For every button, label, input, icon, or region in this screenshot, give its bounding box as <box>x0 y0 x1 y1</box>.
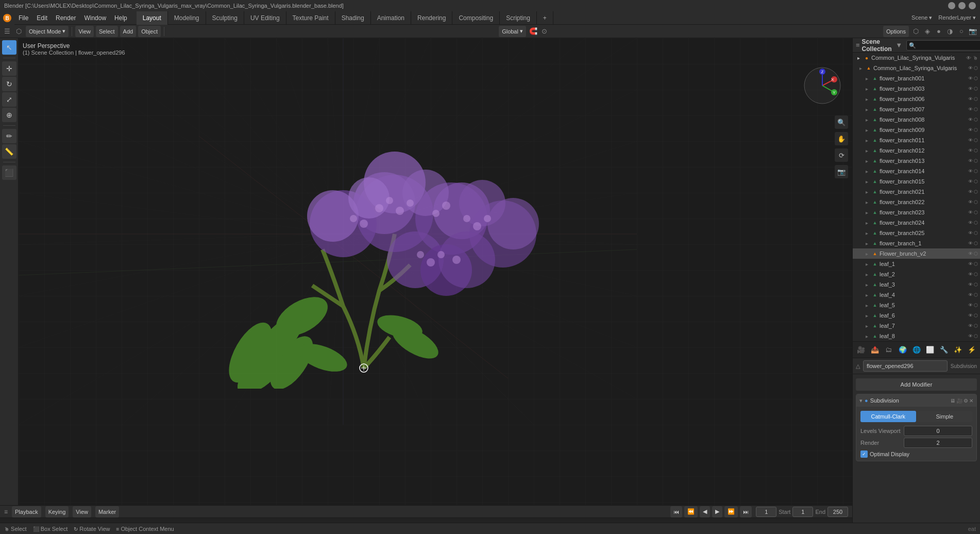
add-menu[interactable]: Add <box>120 26 137 37</box>
tool-select[interactable]: ↖ <box>2 40 16 55</box>
zoom-in-icon[interactable]: 🔍 <box>835 115 848 129</box>
outliner-item-1[interactable]: ▸ ▲ flower_branch001 👁 ⬡ <box>853 73 980 84</box>
mod-vis-icon[interactable]: ● <box>865 397 868 404</box>
menu-file[interactable]: File <box>14 11 32 25</box>
outliner-item-6[interactable]: ▸ ▲ flower_branch009 👁 ⬡ <box>853 125 980 135</box>
mod-close-icon[interactable]: ✕ <box>969 398 973 404</box>
camera-icon[interactable]: 📷 <box>968 26 978 37</box>
overlay-icon[interactable]: ⬡ <box>911 26 921 37</box>
tab-uv-editing[interactable]: UV Editing <box>244 11 286 25</box>
tool-transform[interactable]: ⊕ <box>2 108 16 122</box>
view-layer-icon[interactable]: 🗂 <box>883 343 895 357</box>
prev-keyframe-btn[interactable]: ⏪ <box>684 506 698 518</box>
outliner-item-15[interactable]: ▸ ▲ flower_branch024 👁 ⬡ <box>853 218 980 228</box>
toolbar-icon-1[interactable]: ☰ <box>2 26 12 37</box>
outliner-item-2[interactable]: ▸ ▲ flower_branch003 👁 ⬡ <box>853 84 980 94</box>
outliner-item-12[interactable]: ▸ ▲ flower_branch021 👁 ⬡ <box>853 187 980 197</box>
rendered-mode-icon[interactable]: ○ <box>956 26 967 37</box>
outliner-list[interactable]: ▸ ● Common_Lilac_Syringa_Vulgaris 👁 🖱 ▸ … <box>853 53 980 341</box>
xray-icon[interactable]: ◈ <box>922 26 933 37</box>
menu-render[interactable]: Render <box>52 11 80 25</box>
play-btn[interactable]: ▶ <box>712 506 722 518</box>
snap-icon[interactable]: 🧲 <box>528 26 538 37</box>
outliner-item-21[interactable]: ▸ ▲ leaf_3 👁 ⬡ <box>853 279 980 290</box>
solid-mode-icon[interactable]: ● <box>934 26 944 37</box>
proportional-icon[interactable]: ⊙ <box>539 26 550 37</box>
outliner-item-4[interactable]: ▸ ▲ flower_branch007 👁 ⬡ <box>853 104 980 114</box>
play-reverse-btn[interactable]: ◀ <box>700 506 710 518</box>
maximize-button[interactable] <box>958 2 966 9</box>
outliner-item-9[interactable]: ▸ ▲ flower_branch013 👁 ⬡ <box>853 156 980 166</box>
optimal-display-checkbox[interactable]: ✓ <box>860 450 868 458</box>
jump-end-btn[interactable]: ⏭ <box>740 506 752 518</box>
outliner-item-18[interactable]: ▸ ▲ Flower_brunch_v2 👁 ⬡ <box>853 248 980 259</box>
tab-texture-paint[interactable]: Texture Paint <box>286 11 335 25</box>
minimize-button[interactable] <box>948 2 955 9</box>
global-selector[interactable]: Global ▾ <box>499 26 526 37</box>
outliner-item-19[interactable]: ▸ ▲ leaf_1 👁 ⬡ <box>853 259 980 269</box>
status-rotate[interactable]: ↻ Rotate View <box>74 526 110 532</box>
next-keyframe-btn[interactable]: ⏩ <box>724 506 738 518</box>
outliner-item-7[interactable]: ▸ ▲ flower_branch011 👁 ⬡ <box>853 135 980 145</box>
outliner-item-23[interactable]: ▸ ▲ leaf_5 👁 ⬡ <box>853 300 980 310</box>
outliner-item-24[interactable]: ▸ ▲ leaf_6 👁 ⬡ <box>853 310 980 321</box>
status-select[interactable]: 🖱 Select <box>4 526 27 532</box>
viewport[interactable]: User Perspective (1) Scene Collection | … <box>19 38 852 505</box>
end-frame-input[interactable] <box>827 507 848 517</box>
pan-icon[interactable]: ✋ <box>835 132 848 145</box>
physics-icon[interactable]: ⚡ <box>965 343 978 357</box>
tab-layout[interactable]: Layout <box>137 11 168 25</box>
orbit-icon[interactable]: ⟳ <box>835 148 848 162</box>
levels-viewport-value[interactable]: 0 <box>904 426 972 436</box>
outliner-item-26[interactable]: ▸ ▲ leaf_8 👁 ⬡ <box>853 331 980 341</box>
outliner-item-25[interactable]: ▸ ▲ leaf_7 👁 ⬡ <box>853 321 980 331</box>
tab-compositing[interactable]: Compositing <box>452 11 500 25</box>
tool-move[interactable]: ✛ <box>2 61 16 76</box>
outliner-item-10[interactable]: ▸ ▲ flower_branch014 👁 ⬡ <box>853 166 980 176</box>
outliner-item-0[interactable]: ▸ ▲ Common_Lilac_Syringa_Vulgaris 👁 ⬡ <box>853 63 980 73</box>
close-button[interactable] <box>969 2 976 9</box>
outliner-item-5[interactable]: ▸ ▲ flower_branch008 👁 ⬡ <box>853 114 980 125</box>
world-props-icon[interactable]: 🌐 <box>910 343 923 357</box>
view-menu[interactable]: View <box>75 26 94 37</box>
tab-shading[interactable]: Shading <box>335 11 371 25</box>
catmull-clark-tab[interactable]: Catmull-Clark <box>860 411 916 422</box>
mod-icon-3[interactable]: ⚙ <box>964 398 968 404</box>
outliner-search[interactable] <box>906 40 980 51</box>
tab-modeling[interactable]: Modeling <box>168 11 206 25</box>
keying-menu[interactable]: Keying <box>45 506 69 518</box>
tab-rendering[interactable]: Rendering <box>411 11 452 25</box>
axis-gizmo[interactable]: X Y Z <box>803 66 842 105</box>
outliner-item-13[interactable]: ▸ ▲ flower_branch022 👁 ⬡ <box>853 197 980 207</box>
toolbar-icon-2[interactable]: ⬡ <box>13 26 24 37</box>
mod-icon-2[interactable]: 🎥 <box>956 398 962 404</box>
tool-measure[interactable]: 📏 <box>2 144 16 159</box>
material-mode-icon[interactable]: ◑ <box>945 26 955 37</box>
tool-scale[interactable]: ⤢ <box>2 92 16 107</box>
select-menu[interactable]: Select <box>96 26 118 37</box>
output-props-icon[interactable]: 📤 <box>869 343 882 357</box>
menu-window[interactable]: Window <box>80 11 110 25</box>
simple-tab[interactable]: Simple <box>917 411 973 422</box>
object-props-icon[interactable]: ⬜ <box>924 343 937 357</box>
object-name-input[interactable] <box>863 360 948 372</box>
render-layer-selector[interactable]: RenderLayer ▾ <box>938 14 976 21</box>
status-box-select[interactable]: ⬛ Box Select <box>33 526 68 532</box>
blender-logo[interactable]: B <box>0 11 14 25</box>
modifier-props-icon[interactable]: 🔧 <box>938 343 951 357</box>
status-context-menu[interactable]: ≡ Object Context Menu <box>116 526 174 532</box>
mod-icon-1[interactable]: 🖥 <box>950 398 955 404</box>
outliner-item-16[interactable]: ▸ ▲ flower_branch025 👁 ⬡ <box>853 228 980 238</box>
view-menu-timeline[interactable]: View <box>73 506 91 518</box>
tool-rotate[interactable]: ↻ <box>2 77 16 91</box>
outliner-item-14[interactable]: ▸ ▲ flower_branch023 👁 ⬡ <box>853 207 980 218</box>
tab-scripting[interactable]: Scripting <box>500 11 537 25</box>
menu-edit[interactable]: Edit <box>32 11 52 25</box>
outliner-item-17[interactable]: ▸ ▲ flower_branch_1 👁 ⬡ <box>853 238 980 248</box>
render-props-icon[interactable]: 🎥 <box>855 343 868 357</box>
object-menu[interactable]: Object <box>138 26 161 37</box>
render-value[interactable]: 2 <box>904 438 972 448</box>
scene-props-icon[interactable]: 🌍 <box>896 343 909 357</box>
outliner-item-22[interactable]: ▸ ▲ leaf_4 👁 ⬡ <box>853 290 980 300</box>
particles-icon[interactable]: ✨ <box>951 343 964 357</box>
